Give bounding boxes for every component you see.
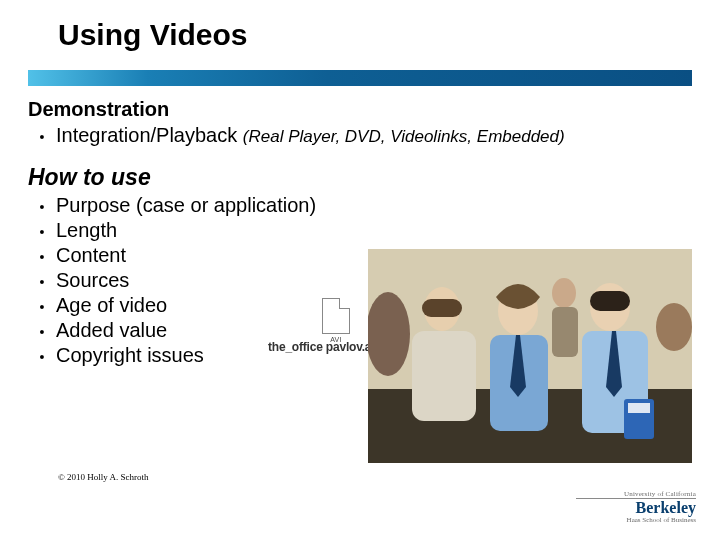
bullet-note: (Real Player, DVD, Videolinks, Embedded) [243, 127, 565, 146]
bullet-text: Copyright issues [56, 343, 204, 368]
berkeley-logo: University of California Berkeley Haas S… [576, 490, 696, 524]
svg-rect-5 [412, 331, 476, 421]
section2-heading: How to use [28, 164, 692, 191]
bullet-text: Integration/Playback (Real Player, DVD, … [56, 123, 565, 148]
list-item: • Purpose (case or application) [28, 193, 692, 218]
slide: Using Videos Demonstration • Integration… [0, 0, 720, 540]
bullet-text: Age of video [56, 293, 167, 318]
logo-top-line: University of California [576, 490, 696, 498]
svg-rect-13 [552, 307, 578, 357]
bullet-dot: • [28, 274, 56, 292]
svg-point-11 [656, 303, 692, 351]
section1-heading: Demonstration [28, 98, 692, 121]
divider-bar [28, 70, 692, 86]
list-item: • Integration/Playback (Real Player, DVD… [28, 123, 692, 148]
bullet-dot: • [28, 324, 56, 342]
embedded-photo [368, 249, 692, 463]
bullet-text: Sources [56, 268, 129, 293]
bullet-dot: • [28, 129, 56, 147]
bullet-text: Purpose (case or application) [56, 193, 316, 218]
video-file-icon: AVI [312, 298, 360, 343]
bullet-dot: • [28, 199, 56, 217]
video-file-caption: the_office pavlov.av [268, 340, 378, 354]
copyright-text: © 2010 Holly A. Schroth [58, 472, 149, 482]
svg-rect-9 [590, 291, 630, 311]
bullet-text: Length [56, 218, 117, 243]
logo-subline: Haas School of Business [576, 516, 696, 524]
svg-point-2 [368, 292, 410, 376]
file-page-icon [322, 298, 350, 334]
bullet-dot: • [28, 299, 56, 317]
bullet-label: Integration/Playback [56, 124, 237, 146]
logo-wordmark: Berkeley [576, 498, 696, 516]
bullet-dot: • [28, 249, 56, 267]
svg-rect-15 [628, 403, 650, 413]
svg-rect-4 [422, 299, 462, 317]
slide-title: Using Videos [58, 18, 248, 52]
bullet-dot: • [28, 224, 56, 242]
bullet-text: Added value [56, 318, 167, 343]
bullet-text: Content [56, 243, 126, 268]
list-item: • Length [28, 218, 692, 243]
svg-point-12 [552, 278, 576, 308]
bullet-dot: • [28, 349, 56, 367]
